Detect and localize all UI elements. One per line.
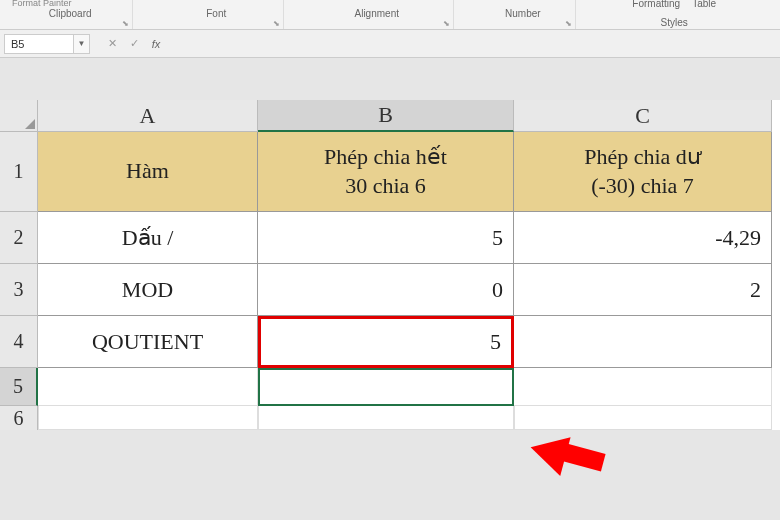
cell-b5[interactable]: [258, 368, 514, 406]
row-header-6[interactable]: 6: [0, 406, 38, 430]
select-all-corner[interactable]: [0, 100, 38, 132]
cell-c1-line1: Phép chia dư: [584, 143, 701, 172]
fx-icon[interactable]: fx: [146, 34, 166, 54]
arrow-pointer-icon: [525, 428, 570, 476]
cell-a2[interactable]: Dấu /: [38, 212, 258, 264]
spacer: [0, 58, 780, 100]
column-header-c[interactable]: C: [514, 100, 772, 132]
cell-c4[interactable]: [514, 316, 772, 368]
cell-a4[interactable]: QOUTIENT: [38, 316, 258, 368]
formula-bar: B5 ▼ ✕ ✓ fx: [0, 30, 780, 58]
clipboard-label: Clipboard: [49, 8, 92, 19]
column-header-b[interactable]: B: [258, 100, 514, 132]
alignment-launcher-icon[interactable]: ⬊: [443, 19, 451, 27]
cell-b3[interactable]: 0: [258, 264, 514, 316]
table-label[interactable]: Table: [692, 0, 716, 9]
cell-b6[interactable]: [258, 406, 514, 430]
ribbon-bar: Format Painter Clipboard ⬊ Font ⬊ Alignm…: [0, 0, 780, 30]
ribbon-alignment-group: Alignment ⬊: [300, 0, 454, 29]
ribbon-font-group: Font ⬊: [149, 0, 284, 29]
row-header-2[interactable]: 2: [0, 212, 38, 264]
row-header-5[interactable]: 5: [0, 368, 38, 406]
cell-c3[interactable]: 2: [514, 264, 772, 316]
styles-label: Styles: [661, 17, 688, 28]
font-launcher-icon[interactable]: ⬊: [273, 19, 281, 27]
cell-c5[interactable]: [514, 368, 772, 406]
row-header-4[interactable]: 4: [0, 316, 38, 368]
cell-b2[interactable]: 5: [258, 212, 514, 264]
cell-a3[interactable]: MOD: [38, 264, 258, 316]
cell-a5[interactable]: [38, 368, 258, 406]
ribbon-number-group: Number ⬊: [470, 0, 576, 29]
font-label: Font: [206, 8, 226, 19]
cell-b4[interactable]: 5: [258, 316, 514, 368]
number-label: Number: [505, 8, 541, 19]
column-header-a[interactable]: A: [38, 100, 258, 132]
name-box-dropdown-icon[interactable]: ▼: [74, 34, 90, 54]
cell-c1[interactable]: Phép chia dư (-30) chia 7: [514, 132, 772, 212]
cell-a1[interactable]: Hàm: [38, 132, 258, 212]
cell-b1-line1: Phép chia hết: [324, 143, 447, 172]
row-header-1[interactable]: 1: [0, 132, 38, 212]
cell-c2[interactable]: -4,29: [514, 212, 772, 264]
alignment-label: Alignment: [355, 8, 399, 19]
ribbon-clipboard-group: Format Painter Clipboard ⬊: [8, 0, 133, 29]
cell-c1-line2: (-30) chia 7: [584, 172, 701, 201]
cancel-icon[interactable]: ✕: [102, 34, 122, 54]
spreadsheet-grid: A B C 1 Hàm Phép chia hết 30 chia 6 Phép…: [0, 100, 780, 430]
cell-b1-line2: 30 chia 6: [324, 172, 447, 201]
enter-icon[interactable]: ✓: [124, 34, 144, 54]
cell-c6[interactable]: [514, 406, 772, 430]
clipboard-launcher-icon[interactable]: ⬊: [122, 19, 130, 27]
ribbon-styles-group: Formatting Table Styles: [592, 0, 756, 29]
formatting-label[interactable]: Formatting: [632, 0, 680, 9]
cell-a6[interactable]: [38, 406, 258, 430]
number-launcher-icon[interactable]: ⬊: [565, 19, 573, 27]
cell-b1[interactable]: Phép chia hết 30 chia 6: [258, 132, 514, 212]
name-box[interactable]: B5: [4, 34, 74, 54]
row-header-3[interactable]: 3: [0, 264, 38, 316]
format-painter-label[interactable]: Format Painter: [12, 0, 72, 8]
